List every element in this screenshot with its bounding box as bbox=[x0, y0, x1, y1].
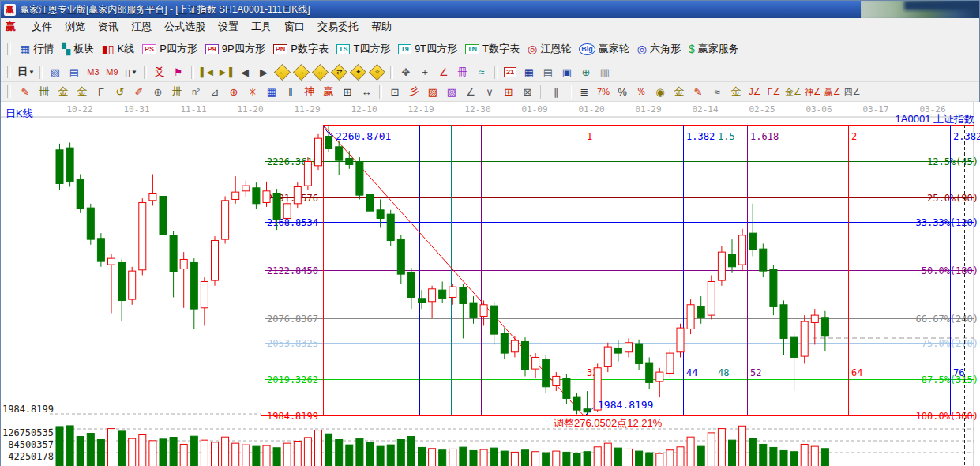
grid-123-icon[interactable]: ⊞ bbox=[338, 85, 357, 100]
pattern-select-icon[interactable]: 爻 bbox=[150, 65, 169, 80]
gann-shift-left-diamond[interactable]: ← bbox=[273, 65, 292, 80]
minor-wave-3-icon[interactable]: M3 bbox=[84, 65, 103, 80]
ying-tool-icon[interactable]: 赢 bbox=[319, 85, 338, 100]
calendar-icon[interactable]: 21 bbox=[501, 65, 520, 80]
period-daily-dropdown[interactable]: 日▼ bbox=[16, 65, 36, 80]
gann-shift-right-diamond[interactable]: → bbox=[292, 65, 311, 80]
scale-bars-icon[interactable]: ≣ bbox=[575, 85, 594, 100]
menu-item-10[interactable]: 帮助 bbox=[365, 18, 398, 36]
shen-angle-icon[interactable]: 神∠ bbox=[803, 85, 823, 100]
angle-fan-icon[interactable]: ⊿ bbox=[205, 85, 224, 100]
hexagon-button[interactable]: ◎六角形 bbox=[633, 40, 685, 58]
menu-item-4[interactable]: 江恩 bbox=[125, 18, 158, 36]
winner-service-button[interactable]: $赢家服务 bbox=[685, 40, 743, 58]
hash-grid-icon[interactable]: 卌 bbox=[35, 85, 54, 100]
wave-band-icon[interactable]: ≈ bbox=[708, 85, 727, 100]
gold-grid2-icon[interactable]: 金 bbox=[73, 85, 92, 100]
square-nine-icon[interactable]: n² bbox=[186, 85, 205, 100]
percent-icon[interactable]: % bbox=[613, 85, 632, 100]
nav-next-button[interactable]: ▶ bbox=[254, 65, 273, 80]
width-measure-icon[interactable]: ↔ bbox=[357, 85, 376, 100]
si-angle-icon[interactable]: 四∠ bbox=[843, 85, 862, 100]
nav-first-button[interactable]: ▌◀ bbox=[197, 65, 216, 80]
multi-angle-icon[interactable]: ∠ bbox=[461, 85, 480, 100]
fan-box2-icon[interactable]: ▧ bbox=[442, 85, 461, 100]
parallel-lines-icon[interactable]: ∥ bbox=[546, 85, 565, 100]
box-tool-icon[interactable]: ⊡ bbox=[385, 85, 404, 100]
region-zoom-icon[interactable]: ▧ bbox=[46, 65, 65, 80]
p-number-button[interactable]: PNP数字表 bbox=[269, 40, 332, 58]
wave-scan-icon[interactable]: ≈ bbox=[472, 65, 491, 80]
menu-item-8[interactable]: 窗口 bbox=[278, 18, 311, 36]
crosshair-icon[interactable]: ＋ bbox=[415, 65, 434, 80]
bar-pair-icon[interactable]: ‖ bbox=[281, 85, 300, 100]
circle-cross-icon[interactable]: ⊕ bbox=[148, 85, 167, 100]
shen-tool-icon[interactable]: 神 bbox=[300, 85, 319, 100]
menu-item-5[interactable]: 公式选股 bbox=[158, 18, 212, 36]
angle-measure-icon[interactable]: ∠ bbox=[434, 65, 453, 80]
notepad-icon[interactable]: ▤ bbox=[539, 65, 558, 80]
gold-circle-icon[interactable]: ◉ bbox=[651, 85, 670, 100]
winner-wheel-button[interactable]: Big赢家轮 bbox=[575, 40, 633, 58]
price-grid-icon[interactable]: ⊞ bbox=[499, 85, 518, 100]
pan-hand-icon[interactable]: ✥ bbox=[396, 65, 415, 80]
toolbar-grip[interactable] bbox=[7, 66, 11, 78]
color-flag-icon[interactable]: ⚑ bbox=[169, 65, 188, 80]
network-icon[interactable]: ⊕ bbox=[576, 65, 595, 80]
p-square-button[interactable]: PSP四方形 bbox=[138, 40, 201, 58]
spiral-icon[interactable]: ↺ bbox=[111, 85, 130, 100]
t-square-button[interactable]: TST四方形 bbox=[332, 40, 394, 58]
menu-item-2[interactable]: 浏览 bbox=[58, 18, 92, 36]
j-angle-icon[interactable]: J∠ bbox=[745, 85, 764, 100]
fan-lines-icon[interactable]: 彡 bbox=[404, 85, 423, 100]
zigzag-icon[interactable]: ∨ bbox=[480, 85, 499, 100]
gann-compress-diamond[interactable]: ⇄ bbox=[330, 65, 349, 80]
menu-item-7[interactable]: 工具 bbox=[245, 18, 278, 36]
fib-f-icon[interactable]: F bbox=[92, 85, 111, 100]
remote-pc-icon[interactable]: ▥ bbox=[595, 65, 614, 80]
toolbar-grip[interactable] bbox=[7, 85, 11, 98]
percent-line-icon[interactable]: ％ bbox=[632, 85, 651, 100]
hash2-icon[interactable]: 卅 bbox=[167, 85, 186, 100]
gann-expand-diamond[interactable]: ↔ bbox=[311, 65, 330, 80]
minor-wave-9-icon[interactable]: M9 bbox=[103, 65, 122, 80]
gann-full-diamond[interactable]: ✧ bbox=[368, 65, 387, 80]
radial-web-icon[interactable]: ✳ bbox=[243, 85, 262, 100]
save-icon[interactable]: ▣ bbox=[558, 65, 576, 80]
dot-grid-icon[interactable]: ⊠ bbox=[518, 85, 537, 100]
percent7-icon[interactable]: 7% bbox=[594, 85, 613, 100]
gold-line-icon[interactable]: 金 bbox=[670, 85, 689, 100]
grid-target-icon[interactable]: ▦ bbox=[262, 85, 281, 100]
pen-measure-icon[interactable]: ✐ bbox=[130, 85, 148, 100]
gann-compass-icon[interactable]: ⊕ bbox=[224, 85, 243, 100]
nav-last-button[interactable]: ▶▐ bbox=[216, 65, 235, 80]
nav-prev-button[interactable]: ◀ bbox=[235, 65, 254, 80]
menu-item-9[interactable]: 交易委托 bbox=[311, 18, 365, 36]
sectors-button[interactable]: ▚板块 bbox=[58, 40, 98, 58]
title-bar[interactable]: 赢 赢家江恩专业版[赢家内部服务平台] - [上证指数 SH1A0001-111… bbox=[1, 1, 979, 18]
gann-wheel-button[interactable]: ◎江恩轮 bbox=[524, 40, 575, 58]
ying-angle-icon[interactable]: 赢∠ bbox=[823, 85, 843, 100]
fan-box-icon[interactable]: ▨ bbox=[423, 85, 442, 100]
p9-square-button[interactable]: P99P四方形 bbox=[201, 40, 269, 58]
gold-grid-icon[interactable]: 金 bbox=[54, 85, 73, 100]
calculator-icon[interactable]: ▦ bbox=[520, 65, 539, 80]
gold-angle-icon[interactable]: 金∠ bbox=[783, 85, 803, 100]
gold-under-icon[interactable]: 金 bbox=[727, 85, 745, 100]
draw-pen-icon[interactable]: ✎ bbox=[16, 85, 35, 100]
kline-button[interactable]: ▮▯K线 bbox=[98, 40, 138, 58]
menu-item-1[interactable]: 文件 bbox=[25, 18, 58, 36]
menu-item-6[interactable]: 设置 bbox=[212, 18, 245, 36]
menu-item-3[interactable]: 资讯 bbox=[92, 18, 125, 36]
t9-square-button[interactable]: T99T四方形 bbox=[394, 40, 461, 58]
candle-style-dropdown[interactable]: ▯▼ bbox=[122, 65, 141, 80]
toolbar-grip[interactable] bbox=[7, 43, 11, 55]
gann-fit-diamond[interactable]: ✦ bbox=[349, 65, 368, 80]
quotes-button[interactable]: ▦行情 bbox=[16, 40, 58, 58]
pen-note-icon[interactable]: ✎ bbox=[689, 85, 708, 100]
gann-book-icon[interactable]: 冊 bbox=[453, 65, 472, 80]
info-panel-icon[interactable]: ▤ bbox=[65, 65, 84, 80]
t-number-button[interactable]: TNT数字表 bbox=[461, 40, 524, 58]
f-angle-icon[interactable]: F∠ bbox=[764, 85, 783, 100]
kline-chart[interactable]: 10-2210-3111-1111-2011-2912-1012-1912-30… bbox=[1, 102, 980, 466]
